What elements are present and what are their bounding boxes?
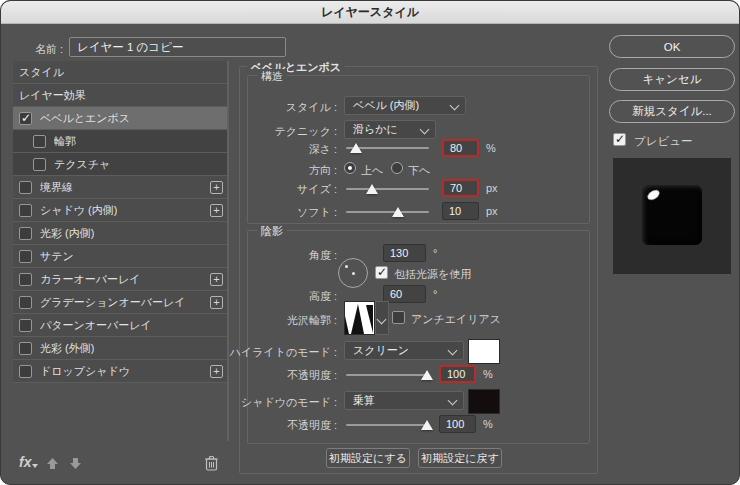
angle-label: 角度 : xyxy=(309,248,337,263)
angle-dial-pointer xyxy=(345,265,348,268)
size-slider-track[interactable] xyxy=(346,188,429,190)
sidebar-item-contour[interactable]: 輪郭 xyxy=(13,130,229,153)
sidebar-item-inner-shadow[interactable]: シャドウ (内側) xyxy=(13,199,229,222)
shading-group xyxy=(247,230,590,444)
contour-checkbox[interactable] xyxy=(33,135,46,148)
soften-slider-track[interactable] xyxy=(346,211,429,213)
altitude-unit: ° xyxy=(433,288,437,300)
fx-menu-button[interactable]: fx xyxy=(19,454,31,470)
add-stroke-icon[interactable] xyxy=(210,181,223,194)
soften-label: ソフト : xyxy=(297,205,337,220)
color-overlay-checkbox[interactable] xyxy=(19,273,32,286)
set-as-default-button[interactable]: 初期設定にする xyxy=(326,448,410,468)
anti-alias-checkbox[interactable] xyxy=(392,311,405,324)
size-value[interactable]: 70 xyxy=(442,179,479,197)
shadow-opacity-track[interactable] xyxy=(346,424,429,426)
structure-legend: 構造 xyxy=(257,69,287,84)
add-color-overlay-icon[interactable] xyxy=(210,273,223,286)
sidebar-item-drop-shadow[interactable]: ドロップシャドウ xyxy=(13,360,229,383)
gloss-contour-dropdown[interactable] xyxy=(375,301,389,335)
reset-to-default-button[interactable]: 初期設定に戻す xyxy=(418,448,502,468)
add-inner-shadow-icon[interactable] xyxy=(210,204,223,217)
direction-down-label[interactable]: 下へ xyxy=(408,163,430,178)
drop-shadow-checkbox[interactable] xyxy=(19,365,32,378)
use-global-light-label[interactable]: 包括光源を使用 xyxy=(394,267,471,282)
direction-down-radio[interactable] xyxy=(391,162,403,174)
cancel-button[interactable]: キャンセル xyxy=(609,68,735,91)
sidebar-item-pattern-overlay[interactable]: パターンオーバーレイ xyxy=(13,314,229,337)
move-effect-up-icon[interactable] xyxy=(46,457,59,470)
texture-checkbox[interactable] xyxy=(33,158,46,171)
depth-unit: % xyxy=(486,142,496,154)
sidebar-item-stroke[interactable]: 境界線 xyxy=(13,176,229,199)
shadow-mode-dropdown[interactable]: 乗算 xyxy=(344,391,464,410)
shading-legend: 陰影 xyxy=(257,224,287,239)
shadow-opacity-thumb[interactable] xyxy=(421,420,433,430)
shadow-color-swatch[interactable] xyxy=(468,389,500,414)
angle-unit: ° xyxy=(433,247,437,259)
highlight-opacity-value[interactable]: 100 xyxy=(439,365,476,383)
sidebar-item-inner-glow[interactable]: 光彩 (内側) xyxy=(13,222,229,245)
angle-value[interactable]: 130 xyxy=(383,244,426,262)
stroke-checkbox[interactable] xyxy=(19,181,32,194)
bevel-preview-shape xyxy=(642,185,702,245)
delete-effect-icon[interactable] xyxy=(204,455,219,471)
sidebar-item-layer-effects[interactable]: レイヤー効果 xyxy=(13,84,229,107)
depth-value[interactable]: 80 xyxy=(442,139,479,157)
sidebar-scrollbar[interactable] xyxy=(227,61,229,441)
size-unit: px xyxy=(486,182,498,194)
sidebar-item-satin[interactable]: サテン xyxy=(13,245,229,268)
anti-alias-label[interactable]: アンチエイリアス xyxy=(411,312,501,327)
screenshot-canvas: レイヤースタイル 名前 : レイヤー 1 のコピー スタイル レイヤー効果 ベベ… xyxy=(0,0,740,485)
shadow-opacity-value[interactable]: 100 xyxy=(439,415,476,433)
add-drop-shadow-icon[interactable] xyxy=(210,365,223,378)
soften-value[interactable]: 10 xyxy=(442,202,479,220)
highlight-opacity-label: 不透明度 : xyxy=(287,368,337,383)
gloss-contour-thumbnail[interactable] xyxy=(344,301,375,335)
preview-checkbox[interactable] xyxy=(613,133,626,146)
dialog-titlebar[interactable]: レイヤースタイル xyxy=(1,1,739,24)
outer-glow-checkbox[interactable] xyxy=(19,342,32,355)
gradient-overlay-checkbox[interactable] xyxy=(19,296,32,309)
highlight-mode-label: ハイライトのモード : xyxy=(230,345,337,360)
satin-checkbox[interactable] xyxy=(19,250,32,263)
size-slider-thumb[interactable] xyxy=(366,184,378,194)
inner-glow-checkbox[interactable] xyxy=(19,227,32,240)
sidebar-item-texture[interactable]: テクスチャ xyxy=(13,153,229,176)
effects-sidebar: スタイル レイヤー効果 ベベルとエンボス 輪郭 テクスチャ 境界線 xyxy=(13,61,229,383)
layer-style-dialog: レイヤースタイル 名前 : レイヤー 1 のコピー スタイル レイヤー効果 ベベ… xyxy=(0,0,740,485)
technique-dropdown[interactable]: 滑らかに xyxy=(344,120,436,139)
sidebar-item-bevel-emboss[interactable]: ベベルとエンボス xyxy=(13,107,229,130)
sidebar-item-gradient-overlay[interactable]: グラデーションオーバーレイ xyxy=(13,291,229,314)
direction-up-label[interactable]: 上へ xyxy=(361,163,383,178)
highlight-mode-dropdown[interactable]: スクリーン xyxy=(344,341,464,360)
sidebar-item-styles[interactable]: スタイル xyxy=(13,61,229,84)
pattern-overlay-checkbox[interactable] xyxy=(19,319,32,332)
soften-slider-thumb[interactable] xyxy=(392,207,404,217)
inner-shadow-checkbox[interactable] xyxy=(19,204,32,217)
highlight-glint xyxy=(646,188,661,202)
sidebar-item-color-overlay[interactable]: カラーオーバーレイ xyxy=(13,268,229,291)
preview-label[interactable]: プレビュー xyxy=(634,134,693,149)
bevel-emboss-checkbox[interactable] xyxy=(19,112,32,125)
use-global-light-checkbox[interactable] xyxy=(375,266,388,279)
highlight-opacity-track[interactable] xyxy=(346,374,429,376)
highlight-opacity-thumb[interactable] xyxy=(421,370,433,380)
style-dropdown[interactable]: ベベル (内側) xyxy=(344,96,466,115)
sidebar-item-outer-glow[interactable]: 光彩 (外側) xyxy=(13,337,229,360)
shadow-mode-label: シャドウのモード : xyxy=(241,395,337,410)
style-preview-thumbnail xyxy=(613,158,731,274)
shadow-opacity-label: 不透明度 : xyxy=(287,418,337,433)
altitude-value[interactable]: 60 xyxy=(383,285,426,303)
highlight-color-swatch[interactable] xyxy=(468,339,500,364)
layer-name-input[interactable]: レイヤー 1 のコピー xyxy=(69,37,286,57)
angle-dial[interactable] xyxy=(338,258,368,288)
direction-up-radio[interactable] xyxy=(344,162,356,174)
add-gradient-overlay-icon[interactable] xyxy=(210,296,223,309)
depth-slider-thumb[interactable] xyxy=(350,143,362,153)
move-effect-down-icon[interactable] xyxy=(69,457,82,470)
style-label: スタイル : xyxy=(286,100,337,115)
technique-label: テクニック : xyxy=(275,124,337,139)
ok-button[interactable]: OK xyxy=(609,35,735,58)
new-style-button[interactable]: 新規スタイル... xyxy=(609,100,735,123)
